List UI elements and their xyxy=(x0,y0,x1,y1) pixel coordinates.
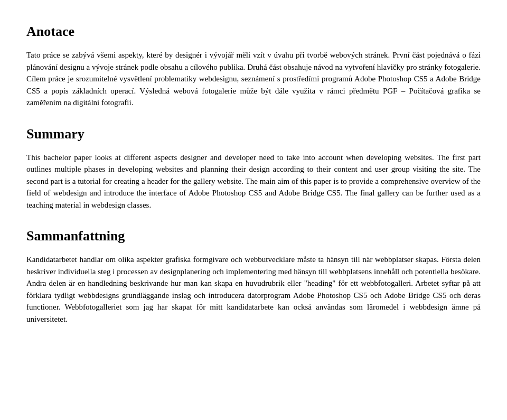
summary-heading: Summary xyxy=(26,124,481,144)
sammanfattning-paragraph-1: Kandidatarbetet handlar om olika aspekte… xyxy=(26,254,481,325)
sammanfattning-heading: Sammanfattning xyxy=(26,226,481,246)
anotace-heading: Anotace xyxy=(26,21,481,42)
anotace-paragraph-1: Tato práce se zabývá všemi aspekty, kter… xyxy=(26,49,481,109)
summary-paragraph-1: This bachelor paper looks at different a… xyxy=(26,152,481,211)
